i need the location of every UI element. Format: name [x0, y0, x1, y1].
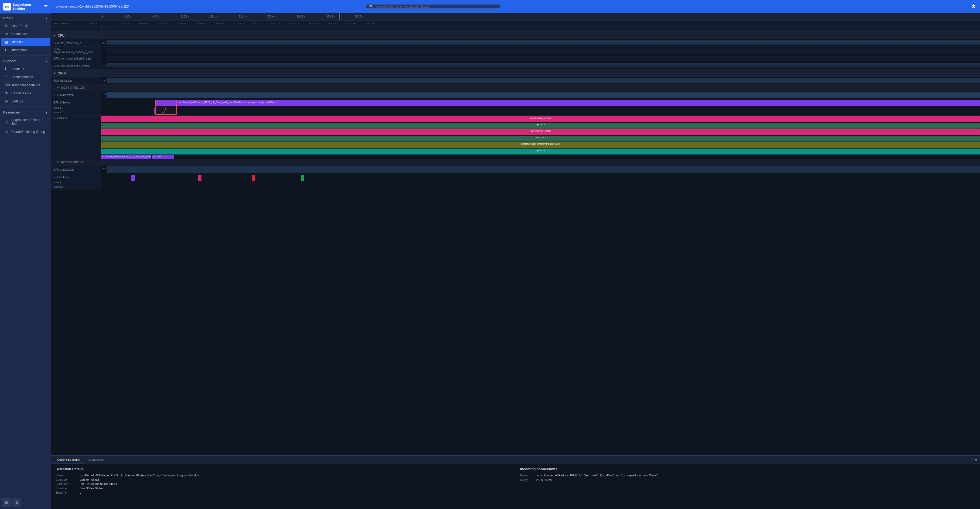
search-bar[interactable]: 🔍 [366, 4, 501, 9]
sidebar-item-cloudwatch[interactable]: ⬡ CloudWatch Log Group [1, 128, 50, 135]
gpu1-stream1-bar4[interactable] [301, 175, 304, 181]
sidebar-item-about-us[interactable]: ℹ About us [1, 65, 50, 73]
bottom-content: Selection Details Name ncclKernel_AllRed… [51, 464, 980, 509]
conn-delay-label: Delay [520, 478, 536, 482]
sidebar-item-load-profile[interactable]: ↻ Load Profile [1, 22, 50, 30]
gpus-section-label: GPUs [58, 72, 67, 75]
gpu0-host-nccl-bar2[interactable] [153, 155, 174, 159]
cpu-track-label-2: CPU-itlb_misses.miss_causes_a_walk [51, 47, 101, 55]
cpu-bar-3 [107, 56, 980, 61]
power-icon[interactable]: ⏻ [971, 4, 976, 9]
epoch-bar[interactable] [101, 122, 980, 129]
conn-event-label: Event [520, 474, 536, 477]
bottom-tab-right: T ▼ [971, 458, 978, 462]
sum-util-bar [107, 78, 980, 83]
run-training-batch-bar[interactable] [101, 129, 980, 135]
gpu0-host-nccl-bar[interactable] [101, 155, 151, 159]
track-area[interactable]: ▼ CPU CPU-inst_retired.any_p 25 CPU-itlb… [51, 32, 980, 455]
cpu-track-label-4: CPU-uops_retired.stall_cycles [51, 62, 101, 69]
sidebar-item-settings[interactable]: ⚙ Settings [1, 97, 50, 105]
gpu1-device-content[interactable] [101, 174, 980, 190]
expand-icon[interactable]: ▼ [974, 458, 978, 462]
detail-start-value: 5m 31s 306ms 844us 416ns [80, 482, 117, 485]
profile-section-header[interactable]: Profile ▲ [0, 13, 51, 22]
host-128-chevron: ▼ [57, 161, 59, 164]
cpu-track-content-4[interactable]: 7.5 [101, 62, 980, 69]
stream1-purple-bar[interactable] [155, 100, 177, 106]
cpu-track-content-1[interactable]: 25 [101, 39, 980, 46]
topbar-title: pt-resnet-smppy-1xg4dn-2023-05-19-23-07-… [56, 5, 129, 8]
detail-name: Name ncclKernel_AllReduce_RING_LL_Sum_ui… [56, 474, 511, 477]
zoom-out-icon[interactable]: ⊖ [101, 27, 103, 31]
detail-duration: Duration 8ms 930us 996ns [56, 487, 511, 490]
tick-84s: 84.5 s [153, 15, 160, 18]
sidebar-bottom-btn-2[interactable]: ⊟ [13, 498, 21, 507]
table-row: CPU-inst_retired.any_p 25 [51, 39, 980, 47]
profile-chevron: ▲ [45, 17, 48, 20]
run-training-epoch-bar[interactable] [101, 116, 980, 122]
host-0-pid-126-header[interactable]: ▼ HOST-0, PID-126 [51, 84, 980, 91]
table-row: CPU-itlb_misses.miss_causes_a_walk [51, 47, 980, 55]
filter-icon[interactable]: T [971, 458, 973, 462]
cpu-track-content-2[interactable] [101, 47, 980, 55]
tab-connections[interactable]: Connections [84, 457, 108, 463]
resources-section-header[interactable]: Resources ▲ [0, 108, 51, 116]
gpu1-stream1-bar3[interactable] [252, 175, 255, 181]
resources-chevron: ▲ [45, 111, 48, 114]
stream1-nccl-bar[interactable] [177, 100, 980, 106]
table-row: CPU-mem_load_retired.l3_miss [51, 55, 980, 62]
sidebar-bottom-btn-1[interactable]: ⊞ [2, 498, 11, 507]
sidebar-divider-1 [0, 55, 51, 56]
detail-trackid-value: c [80, 491, 81, 494]
close-zoom-icon[interactable]: × [105, 27, 106, 31]
gpu1-util-bar [107, 166, 980, 173]
host-0-pid-128-header[interactable]: ▼ HOST-0, PID-128 [51, 159, 980, 165]
gpu1-stream1-bar1[interactable] [131, 175, 135, 181]
sum-util-label: SUM Utilization [51, 77, 101, 84]
tick-253s: 253.6 s [267, 15, 276, 18]
tick-211s: 211.4 s [239, 15, 248, 18]
time-marker [339, 13, 340, 21]
sidebar-item-sagemaker-training[interactable]: ⬡ SageMaker Training Job [1, 116, 50, 127]
optimize-bar[interactable] [101, 148, 980, 154]
gpu0-host-content[interactable]: run_training_epoch epoch_1 run_training_… [101, 116, 980, 159]
profile-nav: ↻ Load Profile ⊞ Dashboard ▤ Timeline ℹ … [0, 22, 51, 54]
gpu1-stream1-bar2[interactable] [198, 175, 202, 181]
gpu0-util-content[interactable]: 100 [101, 91, 980, 99]
detail-name-value: ncclKernel_AllReduce_RING_LL_Sum_uint8_t… [80, 474, 199, 477]
detail-track-id: Track ID c [56, 491, 511, 494]
bottom-panel: Current Selection Connections T ▼ Select… [51, 455, 980, 509]
gpu1-util-content[interactable]: 75 [101, 165, 980, 173]
detail-category-label: Category [56, 478, 80, 481]
sidebar-item-documentation[interactable]: ☰ Documentation [1, 73, 50, 81]
dashboard-icon: ⊞ [5, 32, 9, 36]
cpu-section-header[interactable]: ▼ CPU [51, 32, 980, 39]
sum-util-content[interactable]: 75 [101, 77, 980, 84]
sidebar-item-timeline[interactable]: ▤ Timeline [1, 38, 50, 46]
hamburger-icon[interactable]: ☰ [44, 4, 48, 10]
detail-trackid-label: Track ID [56, 491, 80, 494]
tick-126s: 126.8 s [181, 15, 189, 18]
search-input[interactable] [375, 5, 497, 8]
topbar: pt-resnet-smppy-1xg4dn-2023-05-19-23-07-… [51, 0, 980, 13]
step-bar[interactable] [101, 135, 980, 142]
sidebar-item-keyboard-shortcuts[interactable]: ⌨ Keyboard shortcuts [1, 81, 50, 89]
gpu0-device-content[interactable]: ncclKernel_AllReduce_RING_LL_Sum_uint8_t… [101, 99, 980, 115]
ddp-bar[interactable] [101, 142, 980, 148]
sidebar-item-dashboard[interactable]: ⊞ Dashboard [1, 30, 50, 38]
bottom-tabs: Current Selection Connections T ▼ [51, 456, 980, 464]
support-section-header[interactable]: Support ▲ [0, 57, 51, 65]
table-row: GPU-1 utilization 75 [51, 165, 980, 174]
tick-169s: 169.1 s [209, 15, 218, 18]
sidebar-item-information[interactable]: ℹ Information [1, 46, 50, 54]
gpus-chevron: ▼ [53, 72, 56, 75]
tab-current-selection[interactable]: Current Selection [53, 457, 84, 463]
detail-name-label: Name [56, 474, 80, 477]
conn-delay-value: 23us 842ns [536, 478, 552, 482]
stream2-bar-1[interactable] [154, 108, 155, 114]
sidebar-item-report-issues[interactable]: ⚑ Report issuus [1, 89, 50, 97]
gpus-section-header[interactable]: ▼ GPUs [51, 70, 980, 77]
cpu-track-content-3[interactable] [101, 55, 980, 62]
tick-380s: 380.5 s [355, 15, 364, 18]
table-row: CPU-uops_retired.stall_cycles 7.5 [51, 62, 980, 70]
